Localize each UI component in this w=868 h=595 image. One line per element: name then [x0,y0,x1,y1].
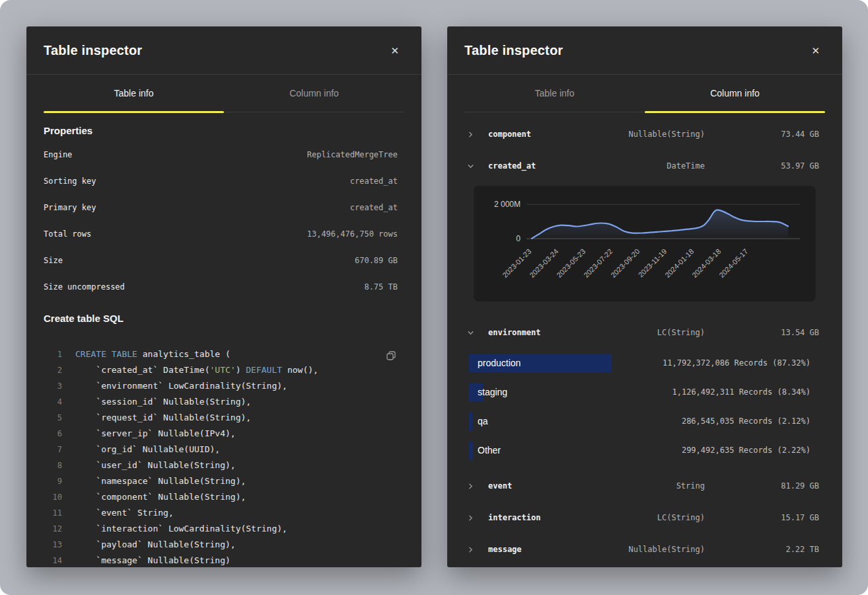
env-value-row: qa286,545,035 Records (2.12%) [469,407,811,436]
svg-text:2023-09-20: 2023-09-20 [609,247,641,279]
sql-code-line: 9 `namespace` Nullable(String), [44,473,398,489]
column-size: 2.22 TB [705,545,819,554]
sql-code-text: `created_at` DateTime('UTC') DEFAULT now… [75,362,318,378]
chevron-right-icon [466,130,474,138]
line-number: 7 [44,442,62,457]
sql-lines: 1CREATE TABLE analytics_table (2 `create… [44,346,398,567]
line-number: 1 [44,346,62,362]
sql-code-line: 12 `interaction` LowCardinality(String), [44,521,398,537]
property-label: Size [44,256,63,265]
property-value: 670.89 GB [355,256,398,265]
env-value-row: Other299,492,635 Records (2.22%) [469,436,811,465]
env-value-records: 299,492,635 Records (2.22%) [682,446,811,455]
column-size: 53.97 GB [705,161,819,171]
close-icon[interactable]: ✕ [388,43,402,58]
modal-header: Table inspector ✕ [26,26,421,75]
line-number: 9 [44,473,62,489]
line-number: 10 [44,489,62,505]
column-row-interaction[interactable]: interactionLC(String)15.17 GB [447,502,842,534]
property-label: Size uncompressed [44,282,125,292]
sql-code-line: 11 `event` String, [44,505,398,521]
column-name: component [488,130,531,139]
modal-title: Table inspector [44,43,142,58]
property-row: Size670.89 GB [44,247,398,274]
tab-label: Table info [114,88,154,99]
chart-area-fill [532,210,788,239]
tab-table-info[interactable]: Table info [464,75,645,112]
sql-code-text: `namespace` Nullable(String), [75,473,246,489]
property-value: 13,496,476,750 rows [307,229,398,239]
property-row: Total rows13,496,476,750 rows [44,221,398,247]
sql-code-line: 10 `component` Nullable(String), [44,489,398,505]
sql-code-text: CREATE TABLE analytics_table ( [75,346,231,362]
column-size: 13.54 GB [705,328,819,337]
column-name: message [488,545,522,554]
env-value-bar [469,413,472,430]
column-row-created_at[interactable]: created_atDateTime53.97 GB [447,150,842,182]
tab-table-info[interactable]: Table info [44,75,224,112]
sql-code-line: 3 `environment` LowCardinality(String), [44,378,398,394]
column-name: event [488,481,512,491]
sql-code-line: 14 `message` Nullable(String) [44,553,398,567]
tab-label: Table info [535,88,575,99]
sql-code-line: 8 `user_id` Nullable(String), [44,457,398,473]
line-number: 3 [44,378,62,394]
env-value-label: production [478,358,521,368]
column-type: LC(String) [657,513,705,522]
sql-code-text: `message` Nullable(String) [75,553,231,567]
line-number: 6 [44,426,62,442]
property-value: 8.75 TB [364,282,398,292]
sql-code-line: 6 `server_ip` Nullable(IPv4), [44,426,398,442]
property-label: Primary key [44,203,96,212]
env-value-row: production11,792,372,086 Records (87.32%… [469,348,811,377]
property-label: Engine [44,150,72,159]
column-info-content: componentNullable(String)73.44 GBcreated… [447,112,842,565]
env-value-label: qa [478,416,488,426]
modal-title: Table inspector [464,43,563,58]
sql-code-text: `org_id` Nullable(UUID), [75,442,220,457]
chevron-right-icon [466,514,474,522]
property-row: Size uncompressed8.75 TB [44,274,398,300]
env-value-bar [469,442,473,459]
column-name: environment [488,328,540,337]
tab-bar: Table info Column info [464,75,825,112]
property-value: created_at [350,177,398,186]
property-row: EngineReplicatedMergeTree [44,141,398,168]
sql-code-text: `component` Nullable(String), [75,489,246,505]
line-number: 13 [44,537,62,553]
table-inspector-modal-table-info: Table inspector ✕ Table info Column info… [26,26,421,567]
sql-code-line: 13 `payload` Nullable(String), [44,537,398,553]
sql-code-line: 7 `org_id` Nullable(UUID), [44,442,398,457]
column-row-event[interactable]: eventString81.29 GB [447,470,842,502]
sql-code-text: `event` String, [75,505,174,521]
chevron-down-icon [466,162,474,170]
column-chart-panel: 2 000M02023-01-232023-03-242023-05-23202… [474,186,816,301]
column-type: LC(String) [657,328,705,337]
column-row-component[interactable]: componentNullable(String)73.44 GB [447,118,842,150]
tab-column-info[interactable]: Column info [645,75,825,112]
sql-code-text: `environment` LowCardinality(String), [75,378,287,394]
sql-code-text: `user_id` Nullable(String), [75,457,236,473]
column-size: 15.17 GB [705,513,819,522]
column-row-environment[interactable]: environmentLC(String)13.54 GB [447,317,842,348]
svg-text:2024-05-17: 2024-05-17 [717,247,749,279]
column-row-message[interactable]: messageNullable(String)2.22 TB [447,534,842,565]
tab-label: Column info [289,88,339,99]
property-row: Sorting keycreated_at [44,168,398,194]
sql-code-text: `request_id` Nullable(String), [75,410,251,426]
line-number: 8 [44,457,62,473]
close-icon[interactable]: ✕ [809,43,822,58]
sql-code-text: `server_ip` Nullable(IPv4), [75,426,236,442]
line-number: 4 [44,394,62,410]
desktop-background: Table inspector ✕ Table info Column info… [0,0,868,595]
sql-code-block: 1CREATE TABLE analytics_table (2 `create… [44,346,398,567]
copy-icon[interactable] [384,349,398,364]
sql-code-line: 5 `request_id` Nullable(String), [44,410,398,426]
tab-column-info[interactable]: Column info [224,75,404,112]
tab-label: Column info [710,88,760,99]
properties-heading: Properties [44,125,398,136]
svg-text:2 000M: 2 000M [494,200,521,209]
line-number: 14 [44,553,62,567]
sql-code-line: 4 `session_id` Nullable(String), [44,394,398,410]
modal-header: Table inspector ✕ [447,26,842,75]
